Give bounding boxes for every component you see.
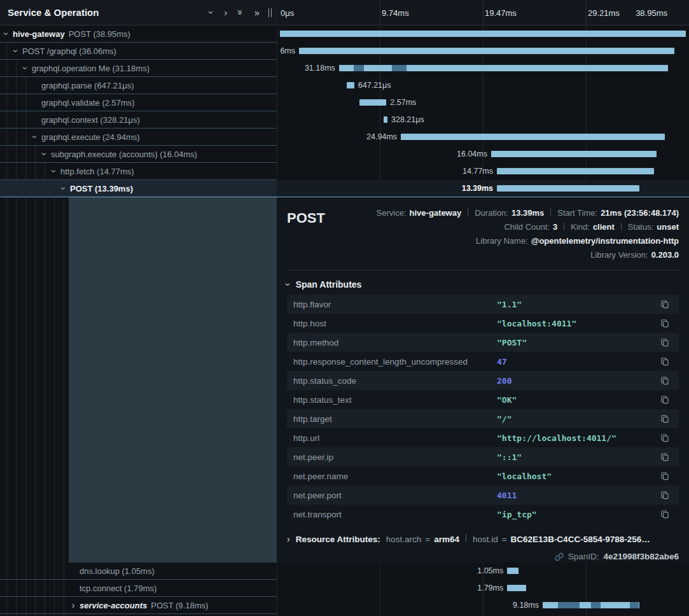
span-duration-label: 13.39ms: [462, 184, 493, 193]
span-duration-bar[interactable]: [280, 31, 686, 37]
expand-one-icon[interactable]: ›: [224, 8, 227, 17]
span-row[interactable]: › graphql.execute (24.94ms) 24.94ms: [0, 129, 689, 146]
span-timeline-cell[interactable]: 2.57ms: [277, 94, 689, 111]
span-duration-label: 24.94ms: [366, 132, 397, 141]
span-duration-bar[interactable]: [497, 168, 654, 174]
span-tree-cell[interactable]: › service-accounts POST (9.18ms): [0, 597, 277, 614]
child-span-mark: [354, 65, 364, 71]
span-tree-cell[interactable]: › http.fetch (14.77ms): [0, 163, 277, 180]
span-attributes-toggle[interactable]: › Span Attributes: [287, 279, 679, 290]
span-timeline-cell[interactable]: 24.94ms: [277, 129, 689, 146]
panel-resize-handle[interactable]: [267, 6, 273, 20]
span-timeline-cell[interactable]: 1.05ms: [277, 563, 689, 580]
attribute-value: "localhost": [497, 472, 657, 481]
span-duration-label: 6ms: [280, 46, 295, 55]
expand-all-icon[interactable]: »: [254, 8, 260, 17]
span-tree-cell[interactable]: › graphql.operation Me (31.18ms): [0, 60, 277, 77]
span-detail-indent-block: [69, 197, 277, 563]
span-duration-bar[interactable]: [384, 116, 387, 123]
library-version-label: Library Version:: [590, 250, 648, 260]
expand-chevron-icon[interactable]: ›: [50, 167, 59, 175]
attribute-key: http.method: [293, 338, 497, 347]
copy-icon[interactable]: [657, 338, 672, 347]
span-row[interactable]: › graphql.operation Me (31.18ms) 31.18ms: [0, 60, 689, 77]
expand-chevron-icon[interactable]: ›: [59, 185, 68, 192]
copy-icon[interactable]: [657, 472, 672, 480]
chevron-right-icon: ›: [287, 535, 290, 543]
span-row[interactable]: › graphql.context (328.21μs) 328.21μs: [0, 111, 689, 129]
copy-icon[interactable]: [657, 414, 672, 423]
link-icon[interactable]: [555, 552, 564, 561]
span-duration-bar[interactable]: [491, 151, 657, 157]
span-timeline-cell[interactable]: 328.21μs: [277, 111, 689, 129]
span-timeline-cell[interactable]: 31.18ms: [277, 60, 689, 77]
span-tree-cell[interactable]: › POST /graphql (36.06ms): [0, 43, 277, 60]
expand-chevron-icon[interactable]: ›: [40, 150, 49, 158]
span-tree-cell[interactable]: › dns.lookup (1.05ms): [0, 563, 277, 580]
span-tree-cell[interactable]: › subgraph.execute (accounts) (16.04ms): [0, 146, 277, 163]
collapse-all-icon[interactable]: »: [236, 10, 246, 15]
span-row[interactable]: › POST /graphql (36.06ms) 6ms: [0, 43, 689, 60]
span-operation-label: POST (9.18ms): [151, 601, 208, 610]
span-timeline-cell[interactable]: 16.04ms: [277, 146, 689, 163]
attribute-row: http.response_content_length_uncompresse…: [287, 352, 679, 371]
span-row[interactable]: › dns.lookup (1.05ms) 1.05ms: [0, 563, 689, 580]
span-tree-cell[interactable]: › graphql.validate (2.57ms): [0, 94, 277, 111]
span-timeline-cell[interactable]: 1.79ms: [277, 580, 689, 597]
span-operation-label: http.fetch (14.77ms): [60, 167, 134, 176]
copy-icon[interactable]: [657, 376, 672, 385]
expand-chevron-icon[interactable]: ›: [31, 133, 39, 141]
duration-value: 13.39ms: [512, 208, 544, 218]
section-divider: [287, 270, 679, 270]
span-row[interactable]: › http.fetch (14.77ms) 14.77ms: [0, 163, 689, 180]
span-duration-bar[interactable]: [401, 134, 665, 140]
expand-chevron-icon[interactable]: ›: [69, 601, 77, 610]
span-timeline-cell[interactable]: 647.21μs: [277, 77, 689, 94]
copy-icon[interactable]: [657, 452, 672, 461]
span-duration-bar[interactable]: [497, 185, 639, 192]
span-duration-bar[interactable]: [339, 65, 668, 71]
span-row[interactable]: › tcp.connect (1.79ms) 1.79ms: [0, 580, 689, 597]
span-operation-label: graphql.execute (24.94ms): [41, 132, 140, 142]
span-tree-cell[interactable]: › hive-gateway POST (38.95ms): [0, 25, 277, 43]
span-operation-label: POST (38.95ms): [69, 29, 130, 39]
attribute-value: 47: [497, 357, 657, 367]
span-timeline-cell[interactable]: 14.77ms: [277, 163, 689, 180]
copy-icon[interactable]: [657, 395, 672, 404]
span-duration-bar[interactable]: [299, 48, 674, 54]
copy-icon[interactable]: [657, 491, 672, 500]
span-timeline-cell[interactable]: 9.18ms: [277, 597, 689, 614]
copy-icon[interactable]: [657, 433, 672, 442]
expand-chevron-icon[interactable]: ›: [11, 47, 20, 55]
span-timeline-cell[interactable]: 13.39ms: [277, 180, 689, 197]
copy-icon[interactable]: [657, 357, 672, 366]
copy-icon[interactable]: [657, 510, 672, 519]
library-version-value: 0.203.0: [651, 250, 679, 260]
copy-icon[interactable]: [657, 319, 672, 328]
tree-header: Service & Operation › › » »: [0, 0, 277, 25]
span-duration-bar[interactable]: [543, 602, 639, 608]
span-row[interactable]: › hive-gateway POST (38.95ms): [0, 25, 689, 43]
expand-chevron-icon[interactable]: ›: [2, 30, 11, 38]
collapse-one-icon[interactable]: ›: [207, 11, 216, 14]
span-duration-bar[interactable]: [507, 585, 526, 591]
copy-icon[interactable]: [657, 300, 672, 309]
span-tree-cell[interactable]: › POST (13.39ms): [0, 180, 277, 197]
span-timeline-cell[interactable]: 6ms: [277, 43, 689, 60]
resource-attributes-toggle[interactable]: › Resource Attributes: host.arch=arm64ho…: [287, 534, 679, 544]
span-tree-cell[interactable]: › graphql.parse (647.21μs): [0, 77, 277, 94]
span-row[interactable]: › POST (13.39ms) 13.39ms: [0, 180, 689, 197]
span-row[interactable]: › subgraph.execute (accounts) (16.04ms) …: [0, 146, 689, 163]
span-row[interactable]: › service-accounts POST (9.18ms) 9.18ms: [0, 597, 689, 614]
span-row[interactable]: › graphql.parse (647.21μs) 647.21μs: [0, 77, 689, 94]
span-tree-cell[interactable]: › tcp.connect (1.79ms): [0, 580, 277, 597]
span-duration-bar[interactable]: [347, 82, 354, 88]
span-timeline-cell[interactable]: [277, 25, 689, 43]
expand-chevron-icon[interactable]: ›: [21, 64, 30, 72]
attribute-row: http.flavor "1.1": [287, 295, 679, 314]
span-tree-cell[interactable]: › graphql.execute (24.94ms): [0, 129, 277, 146]
span-tree-cell[interactable]: › graphql.context (328.21μs): [0, 111, 277, 129]
span-duration-bar[interactable]: [359, 99, 387, 106]
span-duration-bar[interactable]: [507, 568, 518, 574]
span-row[interactable]: › graphql.validate (2.57ms) 2.57ms: [0, 94, 689, 111]
